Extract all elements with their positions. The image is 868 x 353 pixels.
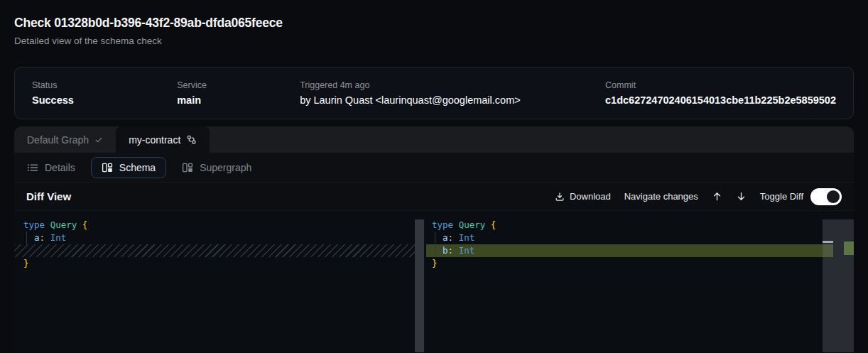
previous-change-button[interactable] bbox=[712, 191, 722, 202]
service-value: main bbox=[177, 94, 300, 107]
right-pane-scrollbar[interactable] bbox=[823, 219, 854, 352]
download-label: Download bbox=[570, 191, 611, 202]
tab-supergraph[interactable]: Supergraph bbox=[182, 162, 251, 173]
compare-icon bbox=[186, 134, 197, 145]
graph-tabstrip: Default Graph my-contract bbox=[14, 126, 854, 153]
list-icon bbox=[27, 162, 38, 173]
arrow-up-icon bbox=[712, 191, 722, 202]
hatched-placeholder-line bbox=[14, 244, 424, 257]
tab-my-contract-label: my-contract bbox=[129, 134, 180, 146]
tab-default-graph-label: Default Graph bbox=[27, 134, 89, 146]
check-summary-card: Status Success Service main Triggered 4m… bbox=[14, 67, 854, 119]
diff-view-title: Diff View bbox=[26, 190, 71, 202]
tab-details[interactable]: Details bbox=[27, 162, 75, 173]
navigate-changes-button[interactable]: Navigate changes bbox=[624, 191, 698, 202]
check-content: Details Schema Supergraph Diff View bbox=[14, 153, 854, 352]
service-column: Service main bbox=[177, 80, 300, 107]
diff-toolbar: Diff View Download Navigate changes bbox=[14, 182, 854, 211]
triggered-column: Triggered 4m ago by Laurin Quast <laurin… bbox=[300, 80, 605, 107]
toggle-knob bbox=[827, 190, 840, 203]
code-line: a: Int bbox=[14, 232, 424, 244]
indent-guide bbox=[435, 232, 435, 257]
arrow-down-icon bbox=[736, 191, 747, 202]
added-code-line: b: Int bbox=[426, 244, 833, 257]
code-line: } bbox=[14, 257, 424, 270]
tab-details-label: Details bbox=[45, 162, 75, 173]
download-icon bbox=[555, 192, 565, 202]
view-tabs: Details Schema Supergraph bbox=[14, 153, 854, 182]
navigate-changes-label: Navigate changes bbox=[624, 191, 698, 202]
left-pane-scrollbar[interactable] bbox=[415, 219, 424, 352]
diff-editor: type Query { a: Int} type Query { a: Int… bbox=[14, 211, 854, 352]
commit-label: Commit bbox=[605, 80, 836, 91]
code-lines-after: type Query { a: Int b: Int} bbox=[426, 211, 854, 270]
diff-pane-before[interactable]: type Query { a: Int} bbox=[14, 211, 424, 352]
page-title: Check 01328b0d-b396-43f2-89ab-dfda065fee… bbox=[14, 13, 854, 32]
toggle-diff-label: Toggle Diff bbox=[760, 191, 803, 202]
commit-value: c1dc62724702406154013cbe11b225b2e5859502 bbox=[605, 94, 836, 107]
service-label: Service bbox=[177, 80, 300, 91]
indent-guide bbox=[26, 232, 27, 244]
toggle-diff-switch[interactable] bbox=[810, 188, 842, 205]
layout-icon bbox=[182, 162, 193, 173]
status-value: Success bbox=[32, 94, 177, 107]
scrollbar-thumb[interactable] bbox=[823, 241, 833, 243]
diff-pane-after[interactable]: type Query { a: Int b: Int} + bbox=[426, 211, 854, 352]
download-button[interactable]: Download bbox=[555, 191, 611, 202]
status-label: Status bbox=[32, 80, 177, 91]
tab-supergraph-label: Supergraph bbox=[200, 162, 251, 173]
tab-default-graph[interactable]: Default Graph bbox=[14, 126, 116, 153]
page-header: Check 01328b0d-b396-43f2-89ab-dfda065fee… bbox=[0, 0, 868, 48]
tab-schema-label: Schema bbox=[119, 162, 156, 173]
code-lines-before: type Query { a: Int} bbox=[14, 211, 424, 270]
commit-column: Commit c1dc62724702406154013cbe11b225b2e… bbox=[605, 80, 836, 107]
diff-controls: Download Navigate changes Toggle Diff bbox=[555, 188, 842, 205]
code-line: } bbox=[426, 257, 854, 270]
code-line: type Query { bbox=[426, 219, 854, 232]
tab-schema[interactable]: Schema bbox=[91, 157, 166, 178]
toggle-diff-group: Toggle Diff bbox=[760, 188, 842, 205]
overview-ruler-added-marker bbox=[844, 241, 854, 255]
tab-my-contract[interactable]: my-contract bbox=[116, 126, 210, 153]
check-icon bbox=[94, 136, 103, 144]
next-change-button[interactable] bbox=[736, 191, 747, 202]
code-line: type Query { bbox=[14, 219, 424, 232]
triggered-label: Triggered 4m ago bbox=[300, 80, 605, 91]
triggered-value: by Laurin Quast <laurinquast@googlemail.… bbox=[300, 94, 605, 107]
code-line: a: Int bbox=[426, 232, 854, 244]
page-subtitle: Detailed view of the schema check bbox=[14, 34, 854, 48]
check-detail-card: Default Graph my-contract Details bbox=[14, 126, 854, 352]
status-column: Status Success bbox=[32, 80, 177, 107]
layout-icon bbox=[102, 162, 113, 173]
